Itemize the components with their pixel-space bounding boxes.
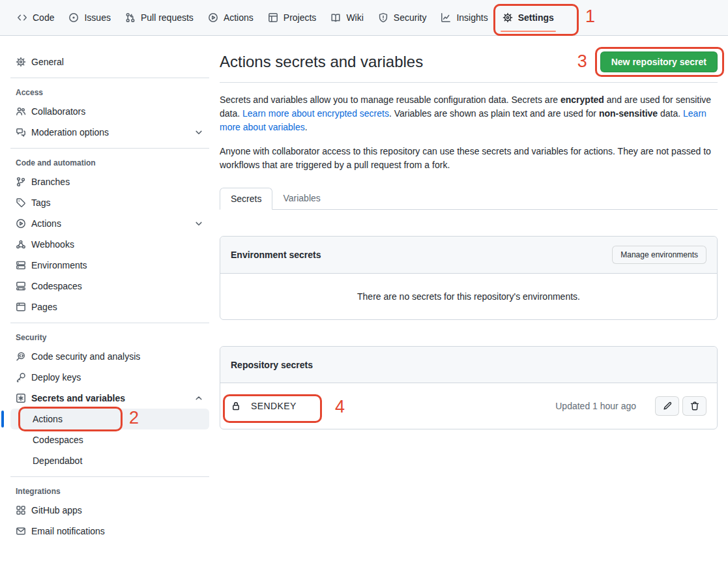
text: Secrets and variables allow you to manag…: [220, 94, 561, 105]
bold-non-sensitive: non-sensitive: [599, 108, 658, 119]
sidebar-item-github-apps[interactable]: GitHub apps: [10, 500, 209, 521]
sidebar-item-tags[interactable]: Tags: [10, 192, 209, 213]
tab-label: Settings: [518, 12, 554, 23]
sidebar-item-pages[interactable]: Pages: [10, 297, 209, 317]
edit-secret-button[interactable]: [655, 396, 679, 416]
tab-security[interactable]: Security: [373, 9, 432, 26]
sidebar-item-label: Dependabot: [33, 456, 82, 466]
sidebar-divider: [10, 148, 209, 149]
tab-label: Pull requests: [141, 12, 194, 23]
comment-discussion-icon: [16, 127, 26, 138]
sidebar-item-label: Tags: [31, 197, 51, 208]
annotation-number-4: 4: [335, 398, 345, 417]
trash-icon: [690, 401, 700, 411]
chevron-down-icon: [194, 127, 204, 138]
page-header: Actions secrets and variables New reposi…: [220, 51, 718, 83]
sidebar-item-label: Codespaces: [31, 281, 82, 291]
new-repository-secret-button[interactable]: New repository secret 3: [600, 51, 718, 72]
codespaces-icon: [16, 281, 26, 291]
sidebar-item-collaborators[interactable]: Collaborators: [10, 101, 209, 122]
sidebar-item-deploy-keys[interactable]: Deploy keys: [10, 367, 209, 388]
code-icon: [17, 12, 27, 23]
repo-tab-bar: Code Issues Pull requests Actions Projec…: [0, 0, 728, 36]
tab-variables[interactable]: Variables: [272, 188, 330, 209]
sidebar-item-email-notifications[interactable]: Email notifications: [10, 521, 209, 542]
delete-secret-button[interactable]: [682, 396, 706, 416]
manage-environments-button[interactable]: Manage environments: [612, 246, 706, 264]
text: data.: [658, 108, 683, 119]
sidebar-item-actions[interactable]: Actions: [10, 213, 209, 234]
sidebar-item-label: Webhooks: [31, 239, 74, 250]
apps-icon: [16, 505, 26, 515]
sidebar-item-label: Email notifications: [31, 526, 105, 536]
play-icon: [16, 218, 26, 229]
sidebar-subitem-codespaces[interactable]: Codespaces: [10, 429, 209, 450]
tab-issues[interactable]: Issues: [63, 9, 115, 26]
tab-pull-requests[interactable]: Pull requests: [120, 9, 199, 26]
environment-secrets-card: Environment secrets Manage environments …: [220, 236, 718, 320]
table-icon: [268, 12, 278, 23]
secret-row: SENDKEY 4 Updated 1 hour ago: [220, 383, 717, 429]
page-body: General Access Collaborators Moderation …: [0, 36, 728, 548]
sidebar-item-label: Branches: [31, 177, 70, 187]
issue-opened-icon: [68, 12, 79, 23]
tab-insights[interactable]: Insights: [435, 9, 493, 26]
sidebar-item-secrets-and-variables[interactable]: Secrets and variables: [10, 388, 209, 409]
tab-projects[interactable]: Projects: [263, 9, 322, 26]
tab-label: Issues: [84, 12, 110, 23]
text: .: [305, 122, 308, 132]
secret-name: SENDKEY: [251, 401, 297, 411]
sidebar-item-label: Actions: [31, 218, 61, 229]
sidebar-item-label: Collaborators: [31, 106, 85, 117]
settings-sidebar: General Access Collaborators Moderation …: [0, 36, 220, 548]
sidebar-subitem-dependabot[interactable]: Dependabot: [10, 450, 209, 471]
sidebar-item-label: GitHub apps: [31, 505, 82, 515]
sidebar-item-general[interactable]: General: [10, 51, 209, 72]
encrypted-secrets-link[interactable]: Learn more about encrypted secrets: [242, 108, 389, 119]
intro-text: Secrets and variables allow you to manag…: [220, 93, 718, 172]
sidebar-subitem-actions[interactable]: Actions 2: [10, 409, 209, 429]
sidebar-item-label: Pages: [31, 302, 57, 312]
tab-label: Insights: [456, 12, 488, 23]
tab-secrets[interactable]: Secrets: [220, 188, 272, 210]
sidebar-item-branches[interactable]: Branches: [10, 171, 209, 192]
sidebar-section-integrations: Integrations: [10, 482, 209, 500]
tab-code[interactable]: Code: [12, 9, 59, 26]
gear-icon: [16, 57, 26, 67]
server-icon: [16, 260, 26, 270]
sidebar-item-label: Secrets and variables: [31, 393, 125, 403]
browser-icon: [16, 302, 26, 312]
sidebar-divider: [10, 78, 209, 78]
text: . Variables are shown as plain text and …: [389, 108, 599, 119]
sidebar-item-code-security[interactable]: Code security and analysis: [10, 346, 209, 367]
intro-paragraph-1: Secrets and variables allow you to manag…: [220, 93, 718, 134]
gear-icon: [502, 12, 513, 23]
people-icon: [16, 106, 26, 117]
git-branch-icon: [16, 177, 26, 187]
webhook-icon: [16, 239, 26, 250]
pencil-icon: [662, 401, 673, 411]
sidebar-divider: [10, 476, 209, 477]
git-pull-request-icon: [125, 12, 136, 23]
annotation-number-1: 1: [585, 7, 595, 27]
page-title: Actions secrets and variables: [220, 51, 423, 72]
sidebar-item-label: Actions: [33, 414, 63, 424]
sidebar-item-moderation-options[interactable]: Moderation options: [10, 122, 209, 143]
annotation-number-2: 2: [129, 409, 139, 428]
tab-wiki[interactable]: Wiki: [325, 9, 368, 26]
annotation-number-3: 3: [577, 52, 587, 72]
repository-secrets-header: Repository secrets: [220, 347, 717, 383]
intro-paragraph-2: Anyone with collaborator access to this …: [220, 145, 718, 172]
bold-encrypted: encrypted: [561, 94, 604, 105]
sidebar-divider: [10, 323, 209, 323]
tab-actions[interactable]: Actions: [203, 9, 259, 26]
tab-settings[interactable]: Settings 1: [497, 9, 559, 26]
key-asterisk-icon: [16, 393, 26, 403]
sidebar-item-webhooks[interactable]: Webhooks: [10, 234, 209, 255]
sidebar-item-label: Code security and analysis: [31, 351, 140, 362]
secret-row-actions: Updated 1 hour ago: [555, 396, 706, 416]
sidebar-item-codespaces[interactable]: Codespaces: [10, 276, 209, 297]
codescan-icon: [16, 351, 26, 362]
tab-label: Wiki: [346, 12, 363, 23]
sidebar-item-environments[interactable]: Environments: [10, 255, 209, 276]
